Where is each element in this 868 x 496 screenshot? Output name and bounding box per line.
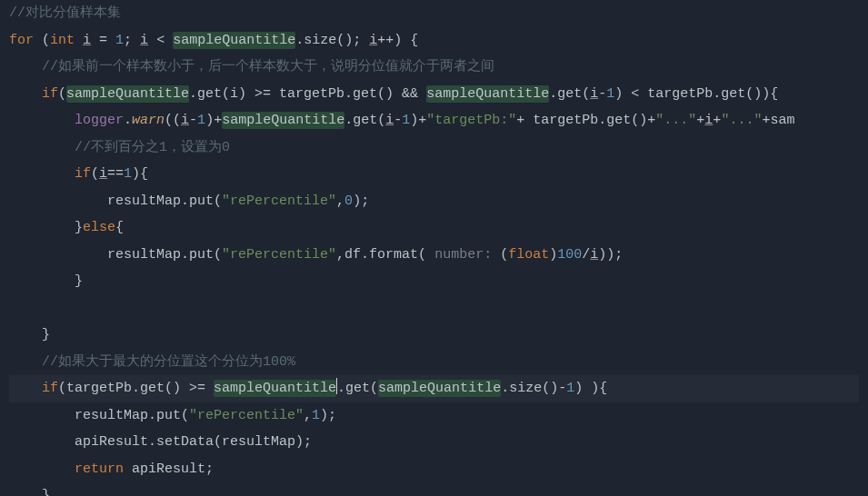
code-line[interactable]: resultMap.put("rePercentile",0); (9, 188, 859, 215)
code-line[interactable]: if(targetPb.get() >= sampleQuantitle.get… (9, 375, 859, 402)
code-line[interactable]: } (9, 268, 859, 295)
code-line[interactable] (9, 295, 859, 322)
code-token: "rePercentile" (222, 247, 336, 263)
code-token: resultMap (75, 408, 148, 423)
indent (9, 113, 75, 128)
indent (9, 193, 107, 209)
indent (9, 408, 75, 423)
code-token: 1 (566, 381, 574, 396)
code-token: , (336, 193, 344, 209)
code-token: / (582, 247, 590, 263)
code-line[interactable]: if(i==1){ (9, 161, 859, 188)
code-token: i (590, 247, 598, 263)
code-token: ( (42, 33, 50, 48)
code-token: - (394, 113, 402, 128)
code-token: int (50, 33, 83, 48)
code-token: sampleQuantitle (426, 85, 549, 103)
code-line[interactable]: logger.warn((i-1)+sampleQuantitle.get(i-… (9, 107, 859, 134)
code-token: .put( (148, 408, 189, 423)
code-line[interactable]: for (int i = 1; i < sampleQuantitle.size… (9, 27, 859, 55)
code-token: apiResult (132, 461, 205, 477)
code-token: ); (320, 408, 336, 423)
code-token: float (508, 247, 549, 263)
code-token: } (75, 273, 83, 289)
code-token: ) (549, 247, 557, 263)
code-line[interactable]: } (9, 322, 859, 349)
code-token: if (42, 86, 58, 102)
code-token: .put( (181, 193, 222, 209)
code-token: "..." (655, 113, 696, 128)
code-line[interactable]: resultMap.put("rePercentile",df.format( … (9, 242, 859, 269)
code-line[interactable]: //对比分值样本集 (9, 0, 859, 27)
code-token: logger (75, 113, 124, 128)
code-token: } (75, 220, 83, 235)
code-token: i (83, 33, 91, 48)
code-token: "targetPb:" (426, 113, 516, 128)
code-token: i (385, 113, 394, 128)
code-token: ( (58, 86, 66, 102)
code-token: ) < targetPb.get()){ (614, 86, 778, 102)
code-token: //如果前一个样本数小于，后一个样本数大于，说明分位值就介于两者之间 (42, 59, 494, 74)
code-token: //不到百分之1，设置为0 (75, 140, 230, 155)
code-token: .get( (337, 381, 378, 396)
code-token: for (9, 33, 42, 48)
code-token: ; (124, 33, 140, 48)
code-editor[interactable]: //对比分值样本集for (int i = 1; i < sampleQuant… (9, 0, 859, 496)
code-token: .get( (549, 86, 590, 102)
code-token: if (42, 381, 58, 396)
code-token: resultMap (107, 247, 181, 263)
code-token: - (598, 86, 606, 102)
code-token: sampleQuantitle (66, 85, 189, 103)
code-line[interactable]: }else{ (9, 214, 859, 242)
code-token: sampleQuantitle (214, 380, 336, 397)
code-token: i (704, 113, 713, 128)
code-token: "rePercentile" (189, 408, 304, 423)
code-token: i (99, 166, 107, 182)
code-token: .size(); (295, 33, 369, 48)
indent (9, 273, 75, 289)
code-token: (( (165, 113, 181, 128)
code-token: sampleQuantitle (173, 32, 295, 49)
code-token: )); (598, 247, 623, 263)
code-line[interactable]: resultMap.put("rePercentile",1); (9, 402, 859, 430)
code-token: 1 (312, 408, 320, 423)
code-token: .size()- (501, 381, 566, 396)
code-line[interactable]: //不到百分之1，设置为0 (9, 134, 859, 162)
code-line[interactable]: } (9, 482, 859, 496)
code-token: sampleQuantitle (378, 380, 501, 397)
indent (9, 381, 42, 396)
indent (9, 140, 75, 155)
code-token: i (590, 86, 598, 102)
code-token: .get( (344, 113, 385, 128)
indent (9, 166, 75, 182)
code-token: ){ (132, 166, 148, 182)
code-token: )+ (205, 113, 222, 128)
code-token: if (75, 166, 91, 182)
code-token: i (181, 113, 189, 128)
code-token: i (140, 33, 148, 48)
code-token: < (148, 33, 173, 48)
code-token: , (304, 408, 312, 423)
code-token: { (115, 220, 124, 235)
indent (9, 434, 75, 450)
code-token: } (42, 327, 50, 342)
code-token: warn (132, 113, 165, 128)
code-token: 1 (606, 86, 614, 102)
code-token: )+ (410, 113, 426, 128)
code-line[interactable]: if(sampleQuantitle.get(i) >= targetPb.ge… (9, 81, 859, 108)
code-token: + targetPb.get()+ (516, 113, 655, 128)
code-token: .get(i) >= targetPb.get() && (189, 86, 426, 102)
code-token: + (696, 113, 704, 128)
code-line[interactable]: apiResult.setData(resultMap); (9, 429, 859, 456)
code-token: ); (353, 193, 369, 209)
code-token: apiResult (75, 434, 148, 450)
code-line[interactable]: //如果大于最大的分位置这个分位为100% (9, 349, 859, 376)
code-line[interactable]: //如果前一个样本数小于，后一个样本数大于，说明分位值就介于两者之间 (9, 54, 859, 81)
indent (9, 354, 42, 370)
indent (9, 220, 75, 235)
code-token: 1 (197, 113, 205, 128)
code-token: 100 (557, 247, 582, 263)
indent (9, 86, 42, 102)
code-token: (targetPb.get() >= (58, 381, 214, 396)
code-line[interactable]: return apiResult; (9, 456, 859, 483)
